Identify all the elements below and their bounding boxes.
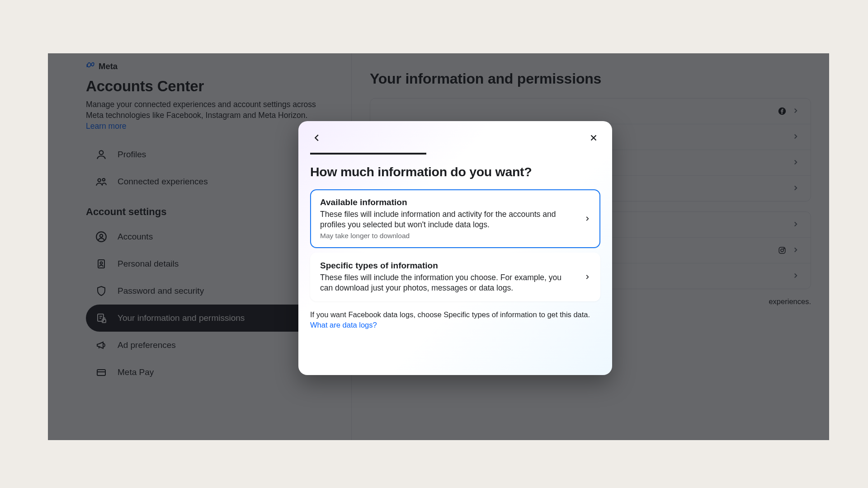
progress-fill xyxy=(310,153,426,155)
option-description: These files will include information and… xyxy=(320,209,575,230)
chevron-right-icon xyxy=(792,246,801,255)
nav-profiles[interactable]: Profiles xyxy=(86,141,333,168)
main-title: Your information and permissions xyxy=(370,70,811,87)
nav-label: Accounts xyxy=(118,232,153,242)
nav-your-information-and-permissions[interactable]: Your information and permissions xyxy=(86,305,333,332)
svg-point-4 xyxy=(100,235,103,238)
chevron-right-icon xyxy=(792,272,801,281)
nav-accounts[interactable]: Accounts xyxy=(86,223,333,250)
canvas: Meta Accounts Center Manage your connect… xyxy=(0,0,868,488)
chevron-right-icon xyxy=(792,107,801,116)
nav-password-security[interactable]: Password and security xyxy=(86,277,333,305)
meta-logo-icon xyxy=(86,61,96,71)
chevron-right-icon xyxy=(792,184,801,193)
svg-point-6 xyxy=(100,262,103,264)
nav-label: Meta Pay xyxy=(118,367,154,377)
brand: Meta xyxy=(86,61,333,71)
progress-bar xyxy=(310,153,600,155)
option-note: May take longer to download xyxy=(320,232,575,240)
credit-card-icon xyxy=(95,366,108,379)
nav-label: Connected experiences xyxy=(118,177,208,187)
brand-name: Meta xyxy=(99,61,118,71)
account-circle-icon xyxy=(95,230,108,243)
nav-label: Personal details xyxy=(118,259,179,269)
data-logs-link[interactable]: What are data logs? xyxy=(310,321,377,329)
nav-label: Profiles xyxy=(118,150,146,160)
people-icon xyxy=(95,175,108,188)
option-specific-types[interactable]: Specific types of information These file… xyxy=(310,253,600,301)
modal-footer-text: If you want Facebook data logs, choose S… xyxy=(310,310,600,330)
id-card-icon xyxy=(95,258,108,270)
option-title: Available information xyxy=(320,197,575,207)
option-description: These files will include the information… xyxy=(320,272,575,293)
learn-more-link[interactable]: Learn more xyxy=(86,122,127,131)
facebook-icon xyxy=(778,107,786,115)
nav-label: Password and security xyxy=(118,286,204,296)
svg-rect-9 xyxy=(97,370,105,375)
nav-personal-details[interactable]: Personal details xyxy=(86,250,333,277)
document-lock-icon xyxy=(95,312,108,324)
instagram-icon xyxy=(778,246,786,254)
option-available-information[interactable]: Available information These files will i… xyxy=(310,189,600,248)
close-button[interactable] xyxy=(587,131,600,145)
chevron-right-icon xyxy=(792,220,801,229)
megaphone-icon xyxy=(95,339,108,352)
chevron-right-icon xyxy=(792,158,801,167)
settings-row[interactable] xyxy=(370,99,811,124)
svg-point-13 xyxy=(783,248,784,249)
chevron-right-icon xyxy=(584,274,590,280)
nav-section-title: Account settings xyxy=(86,206,333,218)
option-title: Specific types of information xyxy=(320,261,575,271)
download-info-modal: How much information do you want? Availa… xyxy=(298,121,612,375)
svg-point-1 xyxy=(98,179,101,182)
nav-meta-pay[interactable]: Meta Pay xyxy=(86,359,333,386)
svg-point-2 xyxy=(103,178,105,181)
nav-ad-preferences[interactable]: Ad preferences xyxy=(86,332,333,359)
svg-point-0 xyxy=(99,151,104,155)
chevron-right-icon xyxy=(792,132,801,141)
chevron-right-icon xyxy=(584,216,590,222)
nav-connected-experiences[interactable]: Connected experiences xyxy=(86,168,333,195)
nav-label: Ad preferences xyxy=(118,340,176,350)
nav-label: Your information and permissions xyxy=(118,313,245,324)
svg-point-12 xyxy=(781,249,783,252)
sidebar-title: Accounts Center xyxy=(86,78,333,95)
back-button[interactable] xyxy=(310,131,324,145)
sidebar-description: Manage your connected experiences and ac… xyxy=(86,99,333,121)
person-icon xyxy=(95,148,108,161)
shield-icon xyxy=(95,285,108,297)
modal-title: How much information do you want? xyxy=(310,164,600,179)
